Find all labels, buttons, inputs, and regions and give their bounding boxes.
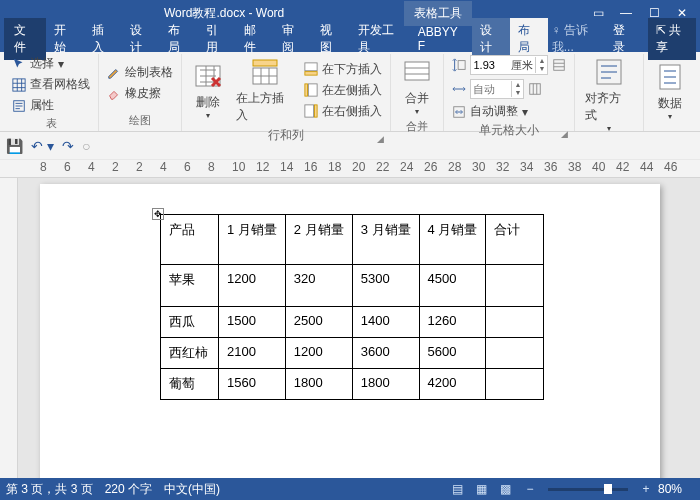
tell-me-text: 告诉我...	[552, 23, 588, 54]
header-cell[interactable]: 4 月销量	[419, 215, 486, 265]
svg-rect-0	[13, 78, 25, 90]
svg-rect-9	[305, 105, 314, 117]
insert-below-button[interactable]: 在下方插入	[302, 60, 384, 79]
header-cell[interactable]: 产品	[161, 215, 219, 265]
delete-button[interactable]: 删除▾	[188, 54, 228, 126]
dialog-launcher-icon[interactable]: ◢	[377, 134, 384, 144]
col-width-spinner[interactable]: ▲▼	[470, 79, 524, 99]
distribute-rows-icon[interactable]	[552, 58, 566, 72]
insert-right-button[interactable]: 在右侧插入	[302, 102, 384, 121]
zoom-in-button[interactable]: +	[635, 481, 657, 497]
col-width-control: ▲▼	[450, 78, 568, 100]
col-width-icon	[452, 82, 466, 96]
dialog-launcher-icon[interactable]: ◢	[561, 129, 568, 139]
zoom-level[interactable]: 80%	[658, 482, 682, 496]
header-cell[interactable]: 合计	[486, 215, 544, 265]
group-merge: 合并▾ 合并	[391, 54, 444, 131]
data-button[interactable]: 数据▾	[650, 54, 690, 127]
svg-rect-13	[554, 60, 565, 71]
insert-left-button[interactable]: 在左侧插入	[302, 81, 384, 100]
read-mode-icon[interactable]: ▤	[447, 481, 469, 497]
vertical-ruler[interactable]	[0, 178, 18, 478]
ribbon: 选择 ▾ 查看网格线 属性 表 绘制表格 橡皮擦 绘图 删除▾ 在上方插入 在下…	[0, 52, 700, 132]
language[interactable]: 中文(中国)	[164, 481, 220, 498]
table-move-handle[interactable]: ✥	[152, 208, 164, 220]
tell-me-icon[interactable]: ♀ 告诉我...	[552, 22, 605, 56]
web-layout-icon[interactable]: ▩	[495, 481, 517, 497]
spin-down-icon[interactable]: ▼	[512, 89, 523, 97]
spin-up-icon[interactable]: ▲	[512, 81, 523, 89]
row-height-input[interactable]	[471, 59, 511, 71]
svg-rect-6	[305, 72, 317, 76]
undo-icon[interactable]: ↶ ▾	[31, 138, 54, 154]
svg-rect-4	[253, 60, 277, 66]
svg-rect-7	[309, 84, 318, 96]
group-rows-columns: 删除▾ 在上方插入 在下方插入 在左侧插入 在右侧插入 行和列◢	[182, 54, 391, 131]
group-data: 数据▾	[644, 54, 696, 131]
group-label-size: 单元格大小◢	[450, 121, 568, 140]
qat-more-icon[interactable]: ○	[82, 138, 90, 154]
draw-table-button[interactable]: 绘制表格	[105, 63, 175, 82]
redo-icon[interactable]: ↷	[62, 138, 74, 154]
group-label-table: 表	[10, 115, 92, 132]
ribbon-tabs: 文件 开始 插入 设计 布局 引用 邮件 审阅 视图 开发工具 ABBYY F …	[0, 26, 700, 52]
row-height-icon	[452, 58, 466, 72]
svg-rect-12	[459, 61, 466, 70]
zoom-slider[interactable]	[548, 488, 628, 491]
group-label-merge: 合并	[397, 118, 437, 135]
data-table[interactable]: 产品 1 月销量 2 月销量 3 月销量 4 月销量 合计 苹果12003205…	[160, 214, 544, 400]
status-bar: 第 3 页，共 3 页 220 个字 中文(中国) ▤ ▦ ▩ − + 80%	[0, 478, 700, 500]
header-cell[interactable]: 3 月销量	[352, 215, 419, 265]
merge-button[interactable]: 合并▾	[397, 54, 437, 118]
group-label-draw: 绘图	[105, 112, 175, 129]
header-cell[interactable]: 1 月销量	[219, 215, 286, 265]
spin-down-icon[interactable]: ▼	[536, 65, 547, 73]
properties-button[interactable]: 属性	[10, 96, 92, 115]
header-cell[interactable]: 2 月销量	[285, 215, 352, 265]
table-row[interactable]: 苹果120032053004500	[161, 265, 544, 307]
group-label-rc: 行和列◢	[188, 126, 384, 145]
row-height-spinner[interactable]: 厘米▲▼	[470, 55, 548, 75]
horizontal-ruler[interactable]: 8642246810121416182022242628303234363840…	[0, 160, 700, 178]
insert-above-button[interactable]: 在上方插入	[232, 54, 298, 126]
autofit-button[interactable]: 自动调整 ▾	[450, 102, 568, 121]
group-draw: 绘制表格 橡皮擦 绘图	[99, 54, 182, 131]
spin-up-icon[interactable]: ▲	[536, 57, 547, 65]
svg-rect-10	[315, 105, 318, 117]
word-count[interactable]: 220 个字	[105, 481, 152, 498]
svg-rect-8	[305, 84, 308, 96]
save-icon[interactable]: 💾	[6, 138, 23, 154]
svg-rect-11	[405, 62, 429, 80]
svg-rect-5	[305, 63, 317, 71]
zoom-thumb[interactable]	[604, 484, 612, 494]
group-table: 选择 ▾ 查看网格线 属性 表	[4, 54, 99, 131]
eraser-button[interactable]: 橡皮擦	[105, 84, 175, 103]
svg-rect-14	[530, 84, 541, 95]
page[interactable]: ✥ 产品 1 月销量 2 月销量 3 月销量 4 月销量 合计 苹果120032…	[40, 184, 660, 478]
table-header-row[interactable]: 产品 1 月销量 2 月销量 3 月销量 4 月销量 合计	[161, 215, 544, 265]
alignment-button[interactable]: 对齐方式▾	[581, 54, 637, 135]
view-gridlines-button[interactable]: 查看网格线	[10, 75, 92, 94]
zoom-out-button[interactable]: −	[519, 481, 541, 497]
table-row[interactable]: 西红柿2100120036005600	[161, 338, 544, 369]
distribute-cols-icon[interactable]	[528, 82, 542, 96]
select-button[interactable]: 选择 ▾	[10, 54, 92, 73]
group-cell-size: 厘米▲▼ ▲▼ 自动调整 ▾ 单元格大小◢	[444, 54, 575, 131]
table-row[interactable]: 葡萄1560180018004200	[161, 369, 544, 400]
document-area: ✥ 产品 1 月销量 2 月销量 3 月销量 4 月销量 合计 苹果120032…	[0, 178, 700, 478]
group-alignment: 对齐方式▾	[575, 54, 644, 131]
page-count[interactable]: 第 3 页，共 3 页	[6, 481, 93, 498]
print-layout-icon[interactable]: ▦	[471, 481, 493, 497]
tab-abbyy[interactable]: ABBYY F	[410, 21, 472, 57]
col-width-input[interactable]	[471, 83, 511, 95]
table-row[interactable]: 西瓜1500250014001260	[161, 307, 544, 338]
row-height-control: 厘米▲▼	[450, 54, 568, 76]
